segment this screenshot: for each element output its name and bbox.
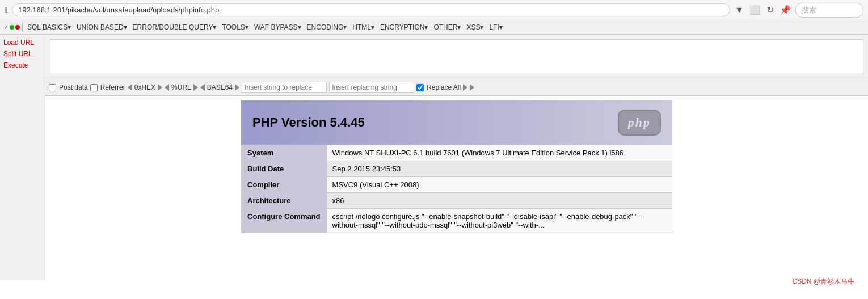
post-data-label: Post data xyxy=(59,83,88,91)
toolbar-html[interactable]: HTML▾ xyxy=(350,22,377,32)
toolbar-encoding[interactable]: ENCODING▾ xyxy=(305,22,349,32)
execute-button[interactable]: Execute xyxy=(0,60,45,71)
table-row: Configure Command cscript /nologo config… xyxy=(242,209,672,233)
phpinfo-header: PHP Version 5.4.45 php xyxy=(241,100,672,145)
table-row: Architecture x86 xyxy=(242,193,672,209)
key-configure: Configure Command xyxy=(242,209,327,233)
post-data-checkbox[interactable] xyxy=(49,84,56,91)
info-icon: ℹ xyxy=(5,6,7,15)
phpinfo-table: System Windows NT SHUXI-PC 6.1 build 760… xyxy=(241,145,672,233)
base64-label[interactable]: BASE64 xyxy=(207,83,233,91)
hex-label[interactable]: 0xHEX xyxy=(134,83,155,91)
val-compiler: MSVC9 (Visual C++ 2008) xyxy=(326,177,672,193)
split-url-button[interactable]: Split URL xyxy=(0,48,45,60)
replace-all-text: Replace All xyxy=(427,83,461,91)
base64-arrow-left[interactable] xyxy=(200,84,205,91)
green-dot xyxy=(10,25,14,30)
table-row: Compiler MSVC9 (Visual C++ 2008) xyxy=(242,177,672,193)
toolbar-other[interactable]: OTHER▾ xyxy=(431,22,463,32)
search-bar[interactable]: 搜索 xyxy=(795,3,863,18)
base64-arrow-right[interactable] xyxy=(235,84,239,91)
post-data-checkbox-label[interactable]: Post data xyxy=(49,83,88,91)
key-system: System xyxy=(242,145,327,161)
tab-icon[interactable]: ⬜ xyxy=(749,5,761,15)
page: ℹ 192.168.1.201/pikachu/vul/unsafeupload… xyxy=(0,0,868,299)
key-compiler: Compiler xyxy=(242,177,327,193)
load-url-button[interactable]: Load URL xyxy=(0,37,45,48)
table-row: Build Date Sep 2 2015 23:45:53 xyxy=(242,161,672,177)
url-arrow-left[interactable] xyxy=(165,84,169,91)
val-architecture: x86 xyxy=(326,193,672,209)
table-row: System Windows NT SHUXI-PC 6.1 build 760… xyxy=(242,145,672,161)
toolbar-error-double[interactable]: ERROR/DOUBLE QUERY▾ xyxy=(130,22,219,32)
bookmark-icon[interactable]: 📌 xyxy=(779,5,791,15)
main-toolbar: ✓ SQL BASICS▾ UNION BASED▾ ERROR/DOUBLE … xyxy=(0,20,868,35)
encode-bar: Post data Referrer 0xHEX %URL BASE64 xyxy=(45,79,868,96)
referrer-checkbox-label[interactable]: Referrer xyxy=(90,83,125,91)
val-configure: cscript /nologo configure.js "--enable-s… xyxy=(326,209,672,233)
toolbar-waf-bypass[interactable]: WAF BYPASS▾ xyxy=(252,22,304,32)
left-panel: Load URL Split URL Execute xyxy=(0,35,45,280)
key-architecture: Architecture xyxy=(242,193,327,209)
referrer-label: Referrer xyxy=(100,83,125,91)
url-textarea[interactable] xyxy=(50,39,863,74)
browser-controls: ▼ ⬜ ↻ 📌 xyxy=(735,5,791,15)
val-system: Windows NT SHUXI-PC 6.1 build 7601 (Wind… xyxy=(326,145,672,161)
replace-arrow-right2[interactable] xyxy=(470,84,474,91)
replace-arrow-right[interactable] xyxy=(463,84,467,91)
replace-all-label[interactable]: Replace All xyxy=(416,83,461,91)
csdn-watermark: CSDN @青衫木马牛 xyxy=(790,276,857,288)
check-mark: ✓ xyxy=(3,24,9,31)
val-builddate: Sep 2 2015 23:45:53 xyxy=(326,161,672,177)
hex-arrow-right[interactable] xyxy=(158,84,162,91)
dropdown-icon[interactable]: ▼ xyxy=(735,5,744,15)
replace-all-checkbox[interactable] xyxy=(416,84,424,91)
browser-bar: ℹ 192.168.1.201/pikachu/vul/unsafeupload… xyxy=(0,0,868,20)
referrer-checkbox[interactable] xyxy=(90,84,98,91)
toolbar-union-based[interactable]: UNION BASED▾ xyxy=(74,22,129,32)
insert-replace-input[interactable] xyxy=(242,82,327,93)
separator xyxy=(22,23,23,32)
php-logo: php xyxy=(618,110,661,136)
url-arrow-right[interactable] xyxy=(193,84,198,91)
key-builddate: Build Date xyxy=(242,161,327,177)
refresh-icon[interactable]: ↻ xyxy=(766,5,774,15)
toolbar-tools[interactable]: TOOLS▾ xyxy=(220,22,250,32)
content-area: PHP Version 5.4.45 php System Windows NT… xyxy=(45,96,868,280)
toolbar-encryption[interactable]: ENCRYPTION▾ xyxy=(378,22,430,32)
hex-arrow-left[interactable] xyxy=(128,84,132,91)
toolbar-lfi[interactable]: LFI▾ xyxy=(487,22,504,32)
insert-replacing-input[interactable] xyxy=(329,82,414,93)
url-bar[interactable]: 192.168.1.201/pikachu/vul/unsafeupload/u… xyxy=(12,3,730,16)
phpinfo-title: PHP Version 5.4.45 xyxy=(252,115,365,130)
toolbar-xss[interactable]: XSS▾ xyxy=(464,22,486,32)
red-dot xyxy=(15,25,20,30)
url-label[interactable]: %URL xyxy=(171,83,191,91)
toolbar-sql-basics[interactable]: SQL BASICS▾ xyxy=(25,22,73,32)
php-logo-text: php xyxy=(628,115,651,129)
